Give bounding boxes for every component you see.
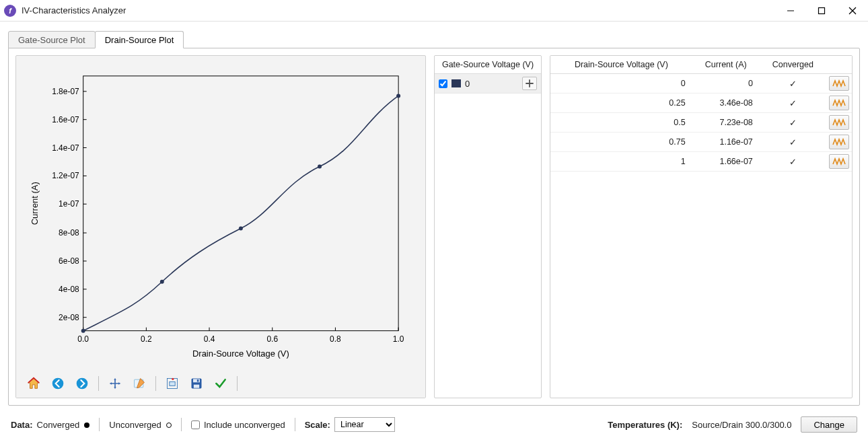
cell-current: 3.46e-08 [692,94,760,113]
cell-current: 1.66e-07 [692,152,760,172]
temperatures-value: Source/Drain 300.0/300.0 [692,420,791,430]
svg-rect-49 [197,379,199,381]
table-row[interactable]: 0.253.46e-08✓ [550,94,852,113]
cell-voltage: 0.75 [550,133,692,152]
svg-text:4e-08: 4e-08 [59,285,79,294]
minimize-button[interactable] [775,0,806,22]
svg-text:2e-08: 2e-08 [59,313,79,322]
change-button[interactable]: Change [801,416,857,433]
legend-item-label: 0 [465,79,470,89]
zoom-rect-button[interactable] [161,373,183,394]
legend-expand-button[interactable] [522,77,537,90]
back-button[interactable] [47,373,69,394]
svg-rect-44 [170,382,175,386]
waveform-button[interactable] [829,76,849,91]
svg-text:1.8e-07: 1.8e-07 [52,87,79,96]
legend-pane: Gate-Source Voltage (V) 0 [434,55,542,398]
titlebar: f IV-Characteristics Analyzer [0,0,868,22]
svg-text:6e-08: 6e-08 [59,256,79,266]
col-converged[interactable]: Converged [760,56,826,74]
app-icon: f [4,5,16,17]
apply-button[interactable] [210,373,231,394]
svg-point-35 [81,329,85,333]
cell-converged: ✓ [760,152,826,172]
svg-rect-48 [194,385,199,388]
filled-bullet-icon [84,423,89,428]
svg-text:0.4: 0.4 [204,334,215,344]
svg-point-36 [160,280,164,284]
cell-voltage: 1 [550,152,692,172]
data-line [83,96,398,330]
legend-header: Gate-Source Voltage (V) [435,56,541,74]
svg-text:0.6: 0.6 [266,334,278,344]
waveform-button[interactable] [829,154,849,169]
svg-rect-47 [193,379,200,383]
plot-area[interactable]: 2e-08 4e-08 6e-08 8e-08 1e-07 1.2e-07 1.… [16,56,425,369]
col-current[interactable]: Current (A) [692,56,760,74]
cell-converged: ✓ [760,74,826,94]
waveform-button[interactable] [829,96,849,110]
scale-label: Scale: [305,420,330,430]
plot-toolbar [16,369,425,398]
home-button[interactable] [23,373,44,394]
legend-item-checkbox[interactable] [439,79,447,88]
svg-text:1.6e-07: 1.6e-07 [52,115,79,124]
svg-point-41 [77,378,88,390]
maximize-button[interactable] [806,0,837,22]
main-panel: 2e-08 4e-08 6e-08 8e-08 1e-07 1.2e-07 1.… [8,48,860,406]
svg-rect-4 [83,76,398,331]
pan-button[interactable] [104,373,126,394]
data-label: Data: [11,420,33,430]
cell-voltage: 0.5 [550,113,692,133]
waveform-button[interactable] [829,135,849,149]
converged-legend: Converged [37,420,90,430]
cell-current: 7.23e-08 [692,113,760,133]
cell-current: 0 [692,74,760,94]
table-row[interactable]: 0.57.23e-08✓ [550,113,852,133]
cell-voltage: 0.25 [550,94,692,113]
svg-text:8e-08: 8e-08 [59,228,79,237]
tab-gate-source[interactable]: Gate-Source Plot [8,31,96,48]
svg-text:1.2e-07: 1.2e-07 [52,171,79,180]
cell-converged: ✓ [760,113,826,133]
svg-text:1e-07: 1e-07 [59,199,79,209]
table-row[interactable]: 11.66e-07✓ [550,152,852,172]
tab-drain-source[interactable]: Drain-Source Plot [95,31,184,48]
include-unconverged-toggle[interactable]: Include unconverged [191,420,285,430]
col-voltage[interactable]: Drain-Source Voltage (V) [550,56,692,74]
legend-color-swatch [451,79,461,87]
cell-converged: ✓ [760,94,826,113]
y-axis-label: Current (A) [30,182,40,225]
svg-text:1.0: 1.0 [393,334,404,344]
cell-voltage: 0 [550,74,692,94]
edit-button[interactable] [129,373,150,394]
tab-bar: Gate-Source Plot Drain-Source Plot [8,30,860,48]
table-row[interactable]: 0.751.16e-07✓ [550,133,852,152]
include-unconverged-label: Include unconverged [204,420,285,430]
legend-item: 0 [435,74,541,94]
svg-point-39 [396,94,400,98]
svg-text:0.0: 0.0 [77,334,89,344]
cell-current: 1.16e-07 [692,133,760,152]
cell-converged: ✓ [760,133,826,152]
table-row[interactable]: 00✓ [550,74,852,94]
window-title: IV-Characteristics Analyzer [22,5,126,15]
forward-button[interactable] [71,373,93,394]
bottom-bar: Data: Converged Unconverged Include unco… [8,412,860,437]
svg-point-38 [318,165,322,169]
svg-point-40 [52,378,64,390]
include-unconverged-checkbox[interactable] [191,420,200,429]
svg-text:0.8: 0.8 [330,334,341,344]
scale-select[interactable]: Linear [334,417,395,432]
close-button[interactable] [837,0,868,22]
temperatures-label: Temperatures (K): [608,420,682,430]
svg-rect-1 [819,7,825,13]
data-table: Drain-Source Voltage (V) Current (A) Con… [550,56,852,172]
table-pane: Drain-Source Voltage (V) Current (A) Con… [550,55,853,398]
save-button[interactable] [186,373,207,394]
x-axis-label: Drain-Source Voltage (V) [192,349,289,359]
svg-text:1.4e-07: 1.4e-07 [52,143,79,153]
unconverged-legend: Unconverged [109,420,172,430]
svg-text:0.2: 0.2 [141,334,152,344]
waveform-button[interactable] [829,115,849,130]
